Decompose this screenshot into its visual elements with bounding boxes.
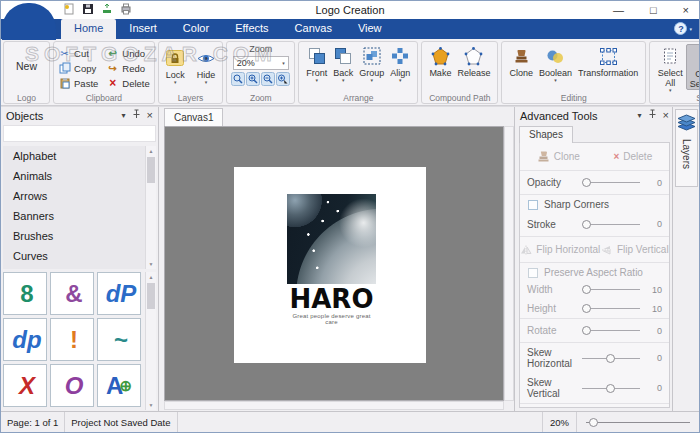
sharp-corners-checkbox[interactable] (528, 200, 538, 210)
close-button[interactable]: × (683, 2, 689, 18)
slider-thumb[interactable] (582, 220, 591, 229)
scroll-down-icon[interactable]: ▼ (146, 259, 156, 269)
delete-button[interactable]: ×Delete (106, 77, 149, 90)
tab-shapes[interactable]: Shapes (519, 126, 573, 143)
pin-icon[interactable] (648, 109, 657, 122)
maximize-button[interactable]: □ (650, 2, 657, 18)
category-item[interactable]: Banners (3, 206, 156, 226)
category-item[interactable]: Arrows (3, 186, 156, 206)
category-scrollbar[interactable]: ▲ ▼ (145, 146, 156, 269)
flip-vertical-button[interactable]: Flip Vertical (601, 244, 669, 255)
objects-search-strip[interactable] (3, 125, 156, 142)
logo-thumbnail[interactable]: dp (3, 318, 47, 361)
ribbon-tab[interactable]: Color (170, 19, 222, 39)
tab-layers[interactable]: Layers (675, 109, 698, 187)
zoom-fit-button[interactable] (276, 72, 290, 90)
undo-button[interactable]: ↩Undo (106, 47, 149, 60)
skew-vertical-slider[interactable] (582, 388, 640, 389)
slider-thumb[interactable] (606, 384, 615, 393)
zoom-in-button[interactable] (246, 72, 260, 90)
align-button[interactable]: Align ▾ (387, 44, 413, 83)
export-icon[interactable] (101, 3, 113, 15)
category-item[interactable]: Brushes (3, 226, 156, 246)
delete-shape-label: Delete (623, 151, 652, 162)
panel-close-icon[interactable]: × (663, 110, 669, 121)
width-slider[interactable] (582, 289, 640, 290)
flip-horizontal-button[interactable]: Flip Horizontal (520, 244, 600, 255)
delete-shape-button[interactable]: × Delete (613, 151, 652, 162)
slider-thumb[interactable] (582, 304, 591, 313)
panel-menu-caret-icon[interactable]: ▾ (122, 111, 126, 121)
make-compound-button[interactable]: Make (426, 44, 454, 78)
boolean-button[interactable]: Boolean ▾ (536, 44, 575, 83)
slider-thumb[interactable] (582, 326, 591, 335)
canvas-tab[interactable]: Canvas1 (164, 108, 223, 126)
logo-thumbnail[interactable]: dP (97, 272, 141, 315)
category-item[interactable]: Curves (3, 246, 156, 266)
height-slider[interactable] (582, 308, 640, 309)
cut-button[interactable]: ✂Cut (58, 47, 98, 60)
panel-menu-caret-icon[interactable]: ▾ (638, 111, 642, 121)
haro-logo[interactable]: HARO Great people deserve great care (287, 194, 376, 325)
artboard[interactable]: HARO Great people deserve great care (234, 167, 426, 363)
ribbon-tab[interactable]: Effects (222, 19, 281, 39)
release-compound-button[interactable]: Release (454, 44, 493, 78)
ribbon-tab[interactable]: View (345, 19, 395, 39)
new-button[interactable]: New (8, 44, 45, 72)
logo-thumbnail[interactable]: O (50, 364, 94, 407)
ribbon-tab[interactable]: Canvas (282, 19, 345, 39)
scrollbar-thumb[interactable] (147, 283, 155, 309)
back-button[interactable]: Back ▾ (330, 44, 356, 83)
slider-thumb[interactable] (589, 418, 598, 427)
ribbon-tab[interactable]: Insert (116, 19, 170, 39)
lock-button[interactable]: Lock ▾ (163, 46, 188, 85)
canvas-horizontal-scrollbar[interactable] (164, 401, 504, 410)
zoom-level-dropdown[interactable]: 20%▾ (233, 56, 289, 70)
logo-thumbnail[interactable]: X (3, 364, 47, 407)
hide-button[interactable]: Hide ▾ (194, 46, 219, 85)
print-icon[interactable] (120, 3, 132, 15)
logo-thumbnail[interactable]: & (50, 272, 94, 315)
logo-thumbnail[interactable]: 8 (3, 272, 47, 315)
skew-horizontal-slider[interactable] (582, 358, 640, 359)
minimize-button[interactable]: — (613, 2, 624, 18)
thumbnail-scrollbar[interactable]: ▲ ▼ (145, 272, 156, 410)
clone-shape-button[interactable]: Clone (537, 150, 580, 163)
zoom-tool-button[interactable] (231, 72, 245, 90)
category-item[interactable]: Alphabet (3, 146, 156, 166)
canvas-area[interactable]: HARO Great people deserve great care (164, 126, 504, 401)
select-all-button[interactable]: Select All ▾ (654, 44, 686, 93)
new-document-icon[interactable] (63, 3, 75, 15)
redo-button[interactable]: ↪Redo (106, 62, 149, 75)
panel-close-icon[interactable]: × (147, 110, 153, 121)
slider-thumb[interactable] (582, 285, 591, 294)
save-icon[interactable] (82, 3, 94, 15)
help-button[interactable]: ? ▾ (674, 22, 692, 35)
category-item[interactable]: Animals (3, 166, 156, 186)
slider-thumb[interactable] (606, 354, 615, 363)
ribbon-tab[interactable]: Home (61, 19, 116, 39)
scroll-up-icon[interactable]: ▲ (146, 146, 156, 156)
object-selection-button[interactable]: Object Selection (686, 44, 700, 90)
status-zoom-slider[interactable] (577, 412, 699, 432)
stroke-slider[interactable] (582, 224, 640, 225)
group-button[interactable]: Group ▾ (356, 44, 387, 83)
clone-button[interactable]: Clone (506, 44, 536, 78)
preserve-aspect-checkbox[interactable] (528, 268, 538, 278)
scrollbar-thumb[interactable] (147, 157, 155, 183)
pin-icon[interactable] (132, 109, 141, 122)
rotate-slider[interactable] (582, 330, 640, 331)
logo-thumbnail[interactable]: ! (50, 318, 94, 361)
canvas-vertical-scrollbar[interactable] (504, 126, 514, 401)
transformation-button[interactable]: Transformation (575, 44, 641, 78)
logo-thumbnail[interactable]: ~ (97, 318, 141, 361)
copy-button[interactable]: Copy (58, 62, 98, 75)
paste-button[interactable]: Paste (58, 77, 98, 90)
front-button[interactable]: Front ▾ (303, 44, 330, 83)
slider-thumb[interactable] (582, 178, 591, 187)
opacity-slider[interactable] (582, 182, 640, 183)
scroll-down-icon[interactable]: ▼ (146, 400, 156, 410)
scroll-up-icon[interactable]: ▲ (146, 272, 156, 282)
logo-thumbnail[interactable]: A ⊕ (97, 364, 141, 407)
zoom-out-button[interactable] (261, 72, 275, 90)
